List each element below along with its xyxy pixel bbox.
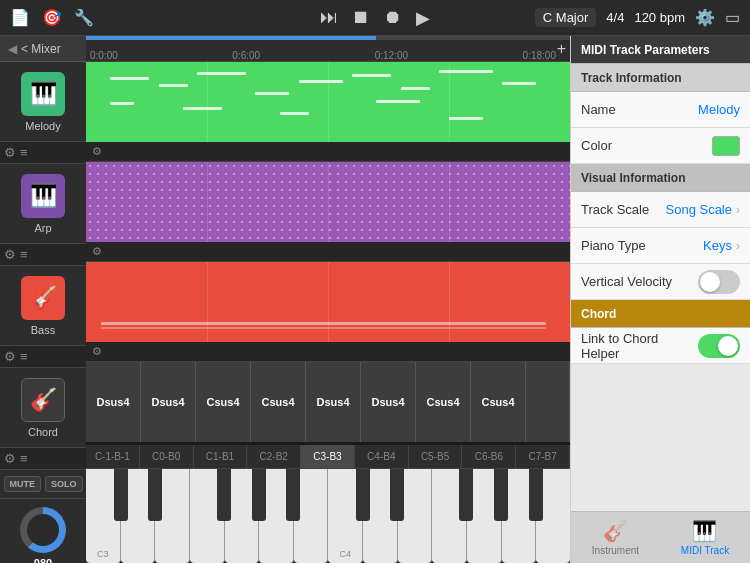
name-row: Name Melody	[571, 92, 750, 128]
black-key-cs3[interactable]	[114, 469, 128, 521]
octave-btn-5[interactable]: C4-B4	[355, 445, 409, 468]
chord-label-6: Csus4	[416, 362, 471, 442]
new-file-icon[interactable]: 📄	[10, 8, 30, 27]
toolbar-left: 📄 🎯 🔧	[10, 8, 312, 27]
chord-track-row: Dsus4 Dsus4 Csus4 Csus4 Dsus4 Dsus4 Csus…	[86, 362, 570, 442]
track-item-bass[interactable]: 🎸 Bass	[0, 266, 86, 346]
color-swatch[interactable]	[712, 136, 740, 156]
melody-track-controls: ⚙ ≡	[0, 142, 86, 164]
black-key-ds4[interactable]	[390, 469, 404, 521]
timeline-progress	[86, 36, 376, 40]
octave-btn-2[interactable]: C1-B1	[194, 445, 248, 468]
timeline-marker-0: 0:0:00	[90, 50, 118, 61]
bass-controls-row: ⚙	[86, 342, 570, 362]
link-label: Link to Chord Helper	[581, 331, 698, 361]
chord-track-label: Chord	[28, 426, 58, 438]
chord-eq-icon[interactable]: ≡	[20, 451, 28, 466]
mixer-header[interactable]: ◀ < Mixer	[0, 36, 86, 62]
name-value[interactable]: Melody	[698, 102, 740, 117]
octave-btn-1[interactable]: C0-B0	[140, 445, 194, 468]
link-row: Link to Chord Helper	[571, 328, 750, 364]
black-key-as4[interactable]	[529, 469, 543, 521]
time-sig-display[interactable]: 4/4	[606, 10, 624, 25]
bass-ctrl-icon[interactable]: ⚙	[92, 345, 102, 358]
black-key-ds3[interactable]	[148, 469, 162, 521]
black-key-gs4[interactable]	[494, 469, 508, 521]
arp-controls-row: ⚙	[86, 242, 570, 262]
timeline-add-button[interactable]: +	[557, 40, 566, 58]
octave-selector: C-1-B-1 C0-B0 C1-B1 C2-B2 C3-B3 C4-B4 C5…	[86, 445, 570, 469]
tab-instrument[interactable]: 🎸 Instrument	[592, 519, 639, 556]
instrument-tab-icon: 🎸	[603, 519, 628, 543]
bass-track-row	[86, 262, 570, 342]
layout-icon[interactable]: ▭	[725, 8, 740, 27]
piano-type-chevron-icon: ›	[736, 239, 740, 253]
piano-type-value[interactable]: Keys ›	[703, 238, 740, 253]
black-key-cs4[interactable]	[356, 469, 370, 521]
instrument-tab-label: Instrument	[592, 545, 639, 556]
bass-segment[interactable]	[86, 262, 570, 342]
vertical-velocity-label: Vertical Velocity	[581, 274, 698, 289]
black-key-as3[interactable]	[286, 469, 300, 521]
melody-track-icon: 🎹	[21, 72, 65, 116]
settings-icon[interactable]: ⚙️	[695, 8, 715, 27]
toolbar: 📄 🎯 🔧 ⏭ ⏹ ⏺ ▶ C Major 4/4 120 bpm ⚙️ ▭	[0, 0, 750, 36]
arp-segment[interactable]	[86, 162, 570, 242]
stop-btn[interactable]: ⏹	[352, 7, 370, 28]
melody-ctrl-icon[interactable]: ⚙	[92, 145, 102, 158]
melody-controls-row: ⚙	[86, 142, 570, 162]
track-item-arp[interactable]: 🎹 Arp	[0, 164, 86, 244]
key-display[interactable]: C Major	[535, 8, 597, 27]
record-icon[interactable]: 🎯	[42, 8, 62, 27]
arp-ctrl-icon[interactable]: ⚙	[92, 245, 102, 258]
black-key-fs3[interactable]	[217, 469, 231, 521]
track-info-header-text: Track Information	[581, 71, 682, 85]
name-label: Name	[581, 102, 698, 117]
chord-settings-icon[interactable]: ⚙	[4, 451, 16, 466]
octave-btn-3[interactable]: C2-B2	[247, 445, 301, 468]
key-label-c3: C3	[97, 549, 109, 559]
bass-notes	[86, 262, 570, 342]
play-btn[interactable]: ▶	[416, 7, 430, 29]
solo-button[interactable]: SOLO	[45, 476, 83, 492]
record-btn[interactable]: ⏺	[384, 7, 402, 28]
timeline-header: 0:0:00 0:6:00 0:12:00 0:18:00 +	[86, 36, 570, 62]
right-panel: MIDI Track Parameters Track Information …	[570, 36, 750, 563]
melody-eq-icon[interactable]: ≡	[20, 145, 28, 160]
bass-settings-icon[interactable]: ⚙	[4, 349, 16, 364]
bass-eq-icon[interactable]: ≡	[20, 349, 28, 364]
octave-btn-6[interactable]: C5-B5	[409, 445, 463, 468]
link-toggle-knob	[718, 336, 738, 356]
bpm-display[interactable]: 120 bpm	[634, 10, 685, 25]
track-item-melody[interactable]: 🎹 Melody	[0, 62, 86, 142]
timeline-bar[interactable]	[86, 36, 570, 40]
octave-btn-0[interactable]: C-1-B-1	[86, 445, 140, 468]
velocity-knob[interactable]	[20, 507, 66, 553]
link-toggle[interactable]	[698, 334, 740, 358]
track-item-chord[interactable]: 🎸 Chord	[0, 368, 86, 448]
mixer-label: < Mixer	[21, 42, 61, 56]
arp-eq-icon[interactable]: ≡	[20, 247, 28, 262]
melody-segment[interactable]	[86, 62, 570, 142]
chord-segment[interactable]: Dsus4 Dsus4 Csus4 Csus4 Dsus4 Dsus4 Csus…	[86, 362, 570, 442]
color-row: Color	[571, 128, 750, 164]
octave-btn-8[interactable]: C7-B7	[516, 445, 570, 468]
black-key-gs3[interactable]	[252, 469, 266, 521]
chord-track-controls: ⚙ ≡	[0, 448, 86, 470]
octave-btn-7[interactable]: C6-B6	[462, 445, 516, 468]
track-scale-value[interactable]: Song Scale ›	[666, 202, 741, 217]
chord-label-7: Csus4	[471, 362, 526, 442]
black-key-fs4[interactable]	[459, 469, 473, 521]
vertical-velocity-toggle[interactable]	[698, 270, 740, 294]
arp-settings-icon[interactable]: ⚙	[4, 247, 16, 262]
tools-icon[interactable]: 🔧	[74, 8, 94, 27]
skip-forward-btn[interactable]: ⏭	[320, 7, 338, 28]
midi-track-tab-icon: 🎹	[692, 519, 717, 543]
piano-type-label: Piano Type	[581, 238, 703, 253]
panel-title-text: MIDI Track Parameters	[581, 43, 710, 57]
tab-midi-track[interactable]: 🎹 MIDI Track	[681, 519, 729, 556]
vertical-velocity-row: Vertical Velocity	[571, 264, 750, 300]
mute-button[interactable]: MUTE	[4, 476, 42, 492]
octave-btn-4[interactable]: C3-B3	[301, 445, 355, 468]
melody-settings-icon[interactable]: ⚙	[4, 145, 16, 160]
